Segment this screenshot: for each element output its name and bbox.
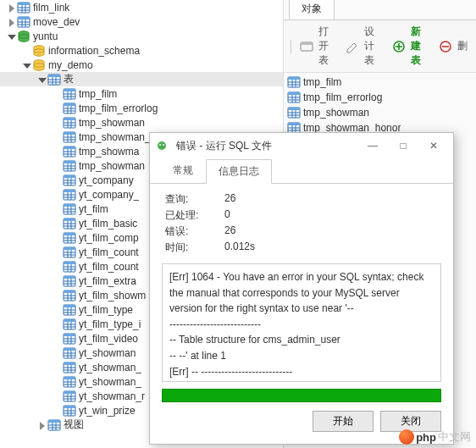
tree-spacer	[20, 45, 32, 57]
tree-item-label: yt_film_video	[79, 333, 138, 345]
maximize-button[interactable]: □	[389, 136, 418, 155]
list-item[interactable]: tmp_film_errorlog	[287, 90, 473, 105]
table-icon	[63, 231, 76, 245]
table-icon	[287, 91, 301, 104]
tree-item[interactable]: my_demo	[0, 58, 283, 72]
chevron-right-icon[interactable]	[5, 16, 17, 28]
open-icon	[300, 40, 313, 53]
delete-table-button[interactable]: 删	[435, 38, 471, 54]
tree-item-label: yt_company	[79, 174, 134, 186]
delete-icon	[439, 40, 452, 53]
watermark: php 中文网	[399, 429, 471, 445]
tree-item-label: tmp_showma	[79, 146, 139, 158]
table-icon	[47, 418, 61, 432]
tree-item-label: yt_showman	[79, 347, 136, 359]
app-icon	[155, 139, 169, 152]
start-button[interactable]: 开始	[313, 411, 374, 432]
tree-spacer	[51, 304, 63, 316]
table-icon	[63, 289, 76, 302]
table-icon	[17, 15, 30, 29]
tree-item-label: yt_film_basic	[79, 218, 137, 230]
tree-item[interactable]: move_dev	[0, 14, 283, 29]
delete-label: 删	[457, 39, 468, 53]
tree-spacer	[51, 376, 63, 388]
tree-item-label: yt_film_extra	[79, 275, 136, 287]
table-icon	[63, 102, 76, 115]
tree-spacer	[51, 390, 63, 402]
design-table-button[interactable]: 设计表	[342, 24, 385, 69]
tree-spacer	[51, 246, 63, 258]
dialog-titlebar[interactable]: 错误 - 运行 SQL 文件 — □ ✕	[150, 133, 453, 158]
tree-item[interactable]: tmp_film_errorlog	[0, 101, 283, 115]
tree-spacer	[51, 189, 63, 201]
table-icon	[63, 202, 76, 216]
tree-item[interactable]: yuntu	[0, 29, 283, 43]
list-item-label: tmp_showman	[303, 107, 369, 119]
open-table-button[interactable]: 打开表	[296, 24, 340, 69]
plus-icon	[392, 40, 406, 53]
tree-spacer	[51, 318, 63, 330]
tree-item[interactable]: film_link	[0, 0, 283, 14]
progress-bar	[162, 389, 441, 402]
processed-label: 已处理:	[165, 208, 224, 223]
tree-item-label: yt_showman_	[79, 362, 141, 373]
tab-objects[interactable]: 对象	[289, 0, 335, 19]
chevron-down-icon[interactable]	[36, 74, 47, 86]
tree-item-label: tmp_film	[79, 88, 117, 100]
tab-general[interactable]: 常规	[160, 158, 206, 183]
dialog-title: 错误 - 运行 SQL 文件	[176, 139, 353, 153]
chevron-down-icon[interactable]	[5, 30, 17, 42]
error-value: 26	[224, 224, 438, 239]
tree-spacer	[51, 102, 63, 114]
tree-spacer	[51, 160, 63, 172]
table-icon	[63, 116, 76, 130]
logo-icon	[399, 429, 414, 445]
table-icon	[47, 73, 61, 86]
db-yellow-icon	[32, 44, 46, 58]
tree-spacer	[51, 333, 63, 345]
tree-item[interactable]: tmp_film	[0, 86, 283, 101]
tree-item-label: move_dev	[33, 16, 80, 28]
tree-spacer	[51, 275, 63, 287]
dialog-tabs: 常规 信息日志	[150, 158, 453, 184]
tree-item-label: tmp_film_errorlog	[79, 102, 158, 114]
db-green-icon	[17, 30, 30, 43]
tree-spacer	[51, 131, 63, 143]
tree-item-label: yt_film_showm	[79, 290, 146, 301]
tree-item-label: 视图	[64, 418, 84, 432]
tree-item-label: tmp_showman	[79, 160, 145, 172]
close-x-button[interactable]: ✕	[419, 136, 448, 155]
table-icon	[63, 404, 76, 418]
error-log-textarea[interactable]: [Err] 1064 - You have an error in your S…	[162, 263, 441, 382]
list-item[interactable]: tmp_showman	[287, 105, 473, 120]
tree-item[interactable]: information_schema	[0, 43, 283, 58]
design-label: 设计表	[364, 25, 382, 68]
table-icon	[287, 75, 301, 89]
tree-item-label: yt_showman_	[79, 376, 141, 388]
tree-spacer	[51, 88, 63, 100]
chevron-down-icon[interactable]	[20, 59, 32, 71]
table-icon	[63, 246, 76, 259]
tree-spacer	[51, 203, 63, 215]
table-icon	[63, 375, 76, 389]
query-label: 查询:	[165, 192, 224, 207]
tree-item-label: tmp_showman	[79, 117, 145, 129]
chevron-right-icon[interactable]	[36, 419, 47, 431]
list-item-label: tmp_film_errorlog	[303, 91, 382, 103]
tree-item-label: yuntu	[33, 30, 58, 42]
design-icon	[346, 40, 359, 53]
tree-item[interactable]: 表	[0, 72, 283, 86]
list-item[interactable]: tmp_film	[287, 75, 473, 90]
time-label: 时间:	[165, 241, 224, 255]
new-table-button[interactable]: 新建表	[389, 24, 432, 69]
tree-item-label: yt_film_type_i	[79, 318, 141, 330]
tree-spacer	[51, 261, 63, 273]
minimize-button[interactable]: —	[358, 136, 387, 155]
tree-item[interactable]: tmp_showman	[0, 115, 283, 130]
list-item-label: tmp_film	[303, 76, 341, 88]
tab-info-log[interactable]: 信息日志	[206, 159, 272, 184]
tree-item-label: yt_film_comp	[79, 232, 139, 244]
tree-spacer	[51, 146, 63, 158]
tree-spacer	[51, 362, 63, 373]
chevron-right-icon[interactable]	[5, 2, 17, 14]
